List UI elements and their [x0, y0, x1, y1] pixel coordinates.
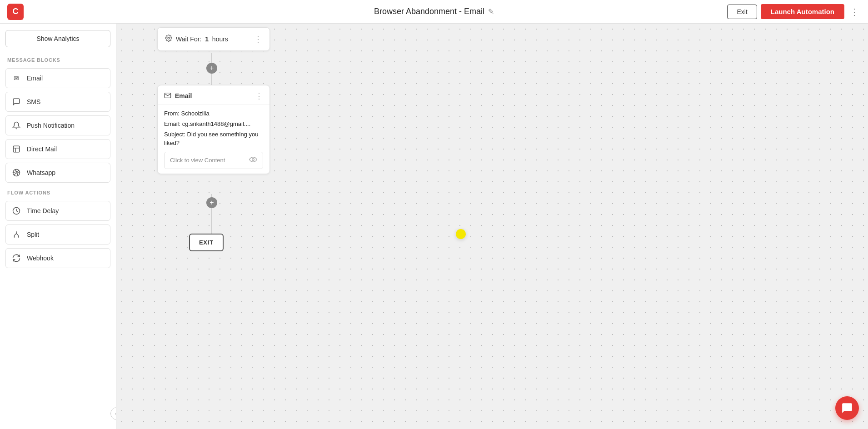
sidebar-item-push-notification[interactable]: Push Notification: [5, 115, 110, 135]
wait-node-more-icon[interactable]: ⋮: [254, 34, 262, 44]
wait-gear-icon: [165, 35, 172, 44]
email-from-field: From: Schoolzilla: [164, 110, 263, 118]
connector-line-2b: [211, 208, 212, 234]
direct-mail-icon: [11, 144, 21, 154]
sidebar-item-label-time-delay: Time Delay: [27, 207, 59, 214]
split-icon: [11, 229, 21, 239]
wait-for-text: Wait For: 1 hours: [176, 35, 228, 43]
sidebar-item-label-webhook: Webhook: [27, 254, 54, 262]
email-address-field: Email: cg.srikanth1488@gmail....: [164, 120, 263, 128]
email-node-icon: [164, 92, 171, 100]
exit-node: EXIT: [189, 234, 224, 251]
svg-point-7: [252, 159, 254, 161]
email-node-more-icon[interactable]: ⋮: [255, 91, 263, 101]
webhook-icon: [11, 253, 21, 263]
svg-rect-0: [13, 146, 20, 152]
show-analytics-button[interactable]: Show Analytics: [5, 30, 110, 47]
sidebar-item-label-push: Push Notification: [27, 122, 75, 129]
email-preview-button[interactable]: Click to view Content: [164, 152, 263, 169]
add-node-button-1[interactable]: +: [206, 63, 217, 74]
push-notification-icon: [11, 120, 21, 130]
app-header: C Browser Abandonment - Email ✎ Exit Lau…: [0, 0, 868, 24]
flow-actions-label: FLOW ACTIONS: [7, 190, 110, 195]
connector-line-1b: [211, 74, 212, 86]
chat-support-button[interactable]: [835, 396, 859, 420]
cursor-indicator: [456, 229, 466, 239]
header-more-icon[interactable]: ⋮: [848, 5, 861, 19]
flow-area: Wait For: 1 hours ⋮ +: [116, 24, 868, 429]
add-node-button-2[interactable]: +: [206, 197, 217, 208]
exit-button[interactable]: Exit: [727, 5, 757, 19]
email-node-title: Email: [175, 92, 192, 100]
whatsapp-icon: [11, 168, 21, 178]
time-delay-icon: [11, 206, 21, 216]
sidebar-item-label-direct-mail: Direct Mail: [27, 145, 57, 153]
sidebar-item-label-sms: SMS: [27, 98, 40, 105]
sidebar-item-sms[interactable]: SMS: [5, 92, 110, 112]
email-node[interactable]: Email ⋮ From: Schoolzilla Email: cg.srik…: [157, 85, 270, 174]
header-actions: Exit Launch Automation ⋮: [727, 4, 861, 19]
message-blocks-label: MESSAGE BLOCKS: [7, 57, 110, 63]
email-icon: ✉: [11, 73, 21, 83]
sidebar-item-split[interactable]: Split: [5, 224, 110, 244]
edit-title-icon[interactable]: ✎: [488, 7, 494, 16]
title-text: Browser Abandonment - Email: [374, 7, 484, 16]
sms-icon: [11, 97, 21, 107]
automation-canvas[interactable]: Wait For: 1 hours ⋮ +: [116, 24, 868, 429]
email-subject-field: Subject: Did you see something you liked…: [164, 130, 263, 147]
sidebar-item-time-delay[interactable]: Time Delay: [5, 201, 110, 221]
page-title: Browser Abandonment - Email ✎: [374, 7, 494, 16]
sidebar-item-label-split: Split: [27, 231, 39, 238]
wait-for-node[interactable]: Wait For: 1 hours ⋮: [157, 27, 270, 51]
svg-point-6: [168, 37, 170, 39]
sidebar: Show Analytics MESSAGE BLOCKS ✉ Email SM…: [0, 24, 116, 429]
sidebar-item-direct-mail[interactable]: Direct Mail: [5, 139, 110, 159]
main-layout: Show Analytics MESSAGE BLOCKS ✉ Email SM…: [0, 24, 868, 429]
eye-icon: [249, 156, 257, 165]
sidebar-item-webhook[interactable]: Webhook: [5, 248, 110, 268]
sidebar-item-label-email: Email: [27, 75, 43, 82]
sidebar-item-whatsapp[interactable]: Whatsapp: [5, 163, 110, 183]
sidebar-item-email[interactable]: ✉ Email: [5, 68, 110, 88]
sidebar-collapse-button[interactable]: ◀: [110, 407, 116, 420]
launch-automation-button[interactable]: Launch Automation: [761, 4, 844, 19]
sidebar-item-label-whatsapp: Whatsapp: [27, 169, 55, 176]
app-logo: C: [7, 4, 24, 20]
